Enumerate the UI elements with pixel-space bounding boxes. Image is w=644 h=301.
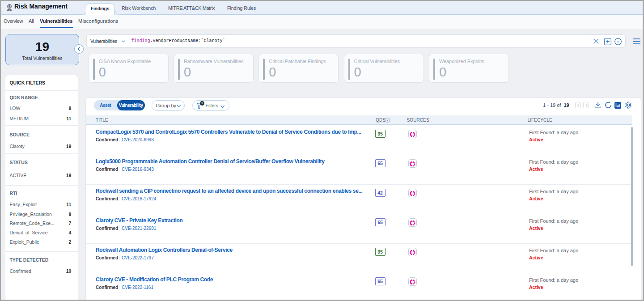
svg-text:?: ? (617, 39, 619, 44)
